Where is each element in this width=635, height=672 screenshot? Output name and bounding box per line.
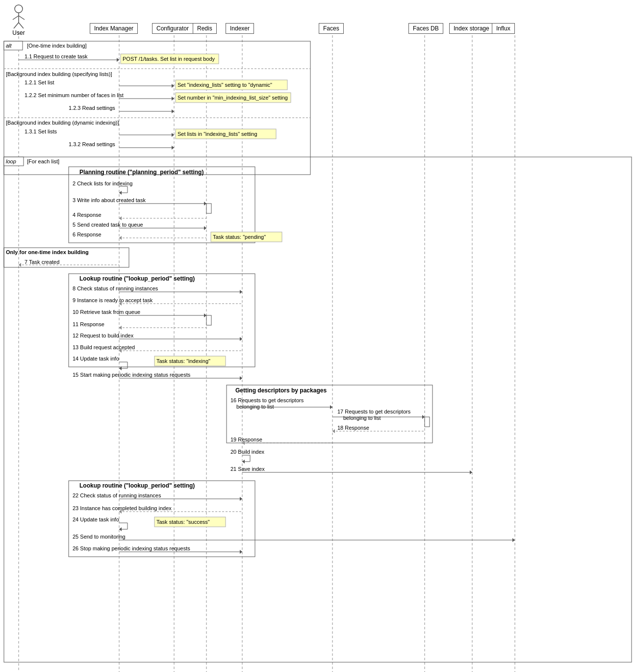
svg-marker-123 <box>242 441 245 445</box>
svg-marker-89 <box>119 326 122 330</box>
svg-text:2 Check lists for indexing: 2 Check lists for indexing <box>73 181 132 186</box>
svg-rect-75 <box>69 274 255 367</box>
svg-text:4 Response: 4 Response <box>73 212 102 218</box>
svg-line-158 <box>19 16 25 20</box>
svg-text:Set number in "min_indexing_li: Set number in "min_indexing_list_size" s… <box>178 95 288 101</box>
svg-text:POST /1/tasks. Set list in req: POST /1/tasks. Set list in request body <box>123 56 215 62</box>
svg-marker-79 <box>240 290 242 294</box>
svg-text:Lookup routine ("lookup_period: Lookup routine ("lookup_period" setting) <box>79 275 195 282</box>
actor-configurator: Configurator <box>152 23 193 34</box>
svg-line-159 <box>14 23 19 28</box>
svg-text:18 Response: 18 Response <box>337 425 369 431</box>
svg-marker-27 <box>172 97 174 101</box>
svg-text:belonging to list: belonging to list <box>236 404 274 410</box>
svg-marker-82 <box>119 302 122 306</box>
svg-marker-37 <box>172 133 174 137</box>
svg-text:alt: alt <box>6 43 12 49</box>
svg-text:6 Response: 6 Response <box>73 232 102 237</box>
svg-text:Lookup routine ("lookup_period: Lookup routine ("lookup_period" setting) <box>79 482 195 489</box>
svg-marker-32 <box>172 109 174 113</box>
svg-rect-9 <box>4 41 310 175</box>
svg-rect-10 <box>4 41 23 50</box>
svg-text:Set lists in "indexing_lists" : Set lists in "indexing_lists" setting <box>178 131 257 137</box>
actor-user: User <box>9 4 28 36</box>
svg-text:Only for one-time index buildi: Only for one-time index building <box>6 249 89 255</box>
svg-rect-44 <box>4 157 24 166</box>
svg-rect-133 <box>69 481 255 557</box>
svg-marker-106 <box>240 376 242 380</box>
svg-marker-146 <box>119 527 122 531</box>
svg-text:20 Build index: 20 Build index <box>230 449 265 455</box>
svg-rect-28 <box>176 93 291 103</box>
svg-text:Task status: "pending": Task status: "pending" <box>213 234 266 240</box>
svg-text:[One-time index building]: [One-time index building] <box>27 43 87 49</box>
actor-user-label: User <box>9 29 28 36</box>
svg-marker-85 <box>204 313 206 317</box>
svg-marker-92 <box>240 337 242 341</box>
diagram-container: alt [One-time index building] 1.1 Reques… <box>0 0 635 672</box>
svg-marker-74 <box>19 263 21 267</box>
svg-rect-16 <box>121 54 219 64</box>
svg-text:24 Update task info: 24 Update task info <box>73 517 119 522</box>
svg-text:21 Save index: 21 Save index <box>230 466 265 472</box>
svg-marker-132 <box>470 470 472 474</box>
svg-text:9 Instance is ready to accept : 9 Instance is ready to accept task <box>73 297 153 303</box>
svg-marker-42 <box>172 146 174 150</box>
svg-rect-38 <box>176 129 276 139</box>
svg-text:Planning routine ("planning_pe: Planning routine ("planning_period" sett… <box>79 169 203 176</box>
svg-text:1.1 Request to create task: 1.1 Request to create task <box>25 53 88 59</box>
svg-marker-95 <box>119 349 122 353</box>
actor-index-manager: Index Manager <box>90 23 138 34</box>
svg-line-160 <box>19 23 24 28</box>
actor-redis: Redis <box>193 23 217 34</box>
svg-rect-68 <box>211 232 282 242</box>
svg-rect-107 <box>227 385 432 443</box>
svg-text:[Background index building (sp: [Background index building (specifying l… <box>6 71 112 77</box>
svg-text:13 Build request accepted: 13 Build request accepted <box>73 344 135 350</box>
svg-marker-140 <box>119 510 122 514</box>
svg-text:12 Request to build index: 12 Request to build index <box>73 333 134 338</box>
actor-index-storage: Index storage <box>449 23 494 34</box>
svg-line-157 <box>13 16 19 20</box>
svg-rect-70 <box>4 248 129 267</box>
svg-text:23 Instance has completed buil: 23 Instance has completed building index <box>73 505 172 511</box>
svg-text:7 Task created: 7 Task created <box>25 259 59 265</box>
svg-marker-101 <box>119 366 122 370</box>
svg-text:5 Send created task to queue: 5 Send created task to queue <box>73 222 143 228</box>
svg-text:16 Requests to get descriptors: 16 Requests to get descriptors <box>230 397 304 403</box>
svg-rect-58 <box>206 204 211 213</box>
svg-marker-120 <box>332 429 335 433</box>
svg-text:19 Response: 19 Response <box>230 437 262 442</box>
actor-indexer: Indexer <box>226 23 254 34</box>
svg-marker-54 <box>119 191 122 195</box>
svg-text:17 Requests to get descriptors: 17 Requests to get descriptors <box>337 409 411 414</box>
svg-text:Task status: "indexing": Task status: "indexing" <box>156 358 210 364</box>
svg-text:Getting descriptors by package: Getting descriptors by packages <box>235 387 327 394</box>
svg-text:26 Stop making periodic indexi: 26 Stop making periodic indexing status … <box>73 545 190 551</box>
svg-text:Set "indexing_lists" setting t: Set "indexing_lists" setting to "dynamic… <box>178 82 272 88</box>
svg-text:3 Write info about created tas: 3 Write info about created task <box>73 197 146 203</box>
svg-rect-102 <box>154 356 226 366</box>
svg-marker-57 <box>204 202 206 206</box>
svg-text:belonging to list: belonging to list <box>343 415 381 421</box>
svg-text:loop: loop <box>6 158 16 164</box>
svg-text:8 Check status of running inst: 8 Check status of running instances <box>73 285 158 291</box>
svg-text:Task status: "success": Task status: "success" <box>156 519 210 525</box>
svg-text:1.2.1 Set list: 1.2.1 Set list <box>25 79 54 85</box>
svg-text:25 Send to monitoring: 25 Send to monitoring <box>73 534 126 540</box>
svg-text:[Background index building (dy: [Background index building (dynamic inde… <box>6 120 119 126</box>
actor-faces-db: Faces DB <box>408 23 443 34</box>
svg-marker-67 <box>119 236 122 240</box>
svg-rect-147 <box>154 517 226 527</box>
svg-marker-137 <box>240 497 242 501</box>
svg-rect-47 <box>69 167 255 243</box>
svg-marker-64 <box>204 226 206 230</box>
svg-marker-129 <box>242 460 245 464</box>
actor-faces: Faces <box>319 23 344 34</box>
svg-text:[For each list]: [For each list] <box>27 158 59 164</box>
svg-rect-86 <box>206 315 211 325</box>
svg-rect-23 <box>176 80 287 90</box>
svg-rect-43 <box>4 157 632 662</box>
svg-rect-117 <box>425 417 430 427</box>
svg-text:1.3.1 Set lists: 1.3.1 Set lists <box>25 129 57 134</box>
